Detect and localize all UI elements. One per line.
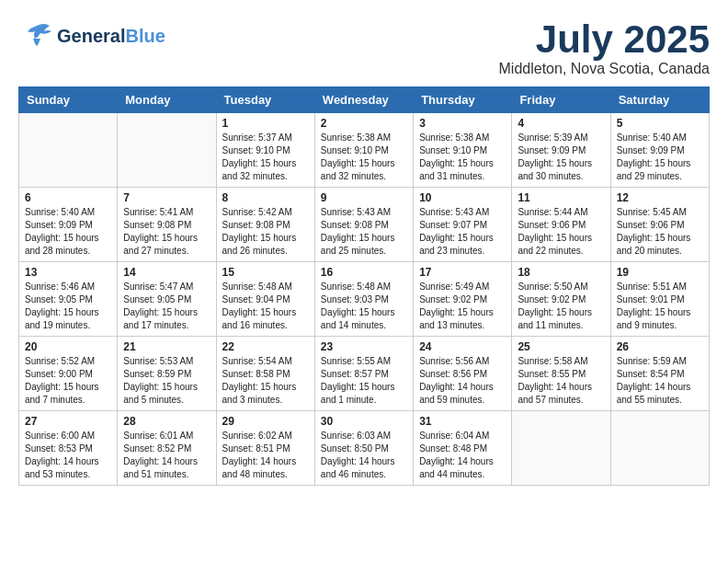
day-number: 27: [25, 415, 111, 428]
day-number: 22: [222, 340, 309, 353]
logo-icon: [18, 18, 53, 53]
day-number: 12: [617, 191, 703, 204]
weekday-header: Friday: [512, 87, 610, 113]
calendar-cell: 6Sunrise: 5:40 AM Sunset: 9:09 PM Daylig…: [19, 188, 118, 262]
location-title: Middleton, Nova Scotia, Canada: [499, 61, 710, 77]
day-number: 31: [419, 415, 506, 428]
calendar-cell: 8Sunrise: 5:42 AM Sunset: 9:08 PM Daylig…: [216, 188, 314, 262]
calendar-cell: [19, 113, 118, 188]
day-number: 18: [518, 266, 604, 279]
calendar-table: SundayMondayTuesdayWednesdayThursdayFrid…: [18, 86, 710, 486]
calendar-cell: 21Sunrise: 5:53 AM Sunset: 8:59 PM Dayli…: [118, 337, 216, 411]
weekday-header: Thursday: [414, 87, 512, 113]
day-number: 26: [617, 340, 703, 353]
day-info: Sunrise: 5:41 AM Sunset: 9:08 PM Dayligh…: [123, 206, 210, 258]
day-number: 5: [617, 117, 703, 130]
day-info: Sunrise: 5:56 AM Sunset: 8:56 PM Dayligh…: [419, 355, 506, 407]
weekday-header: Monday: [118, 87, 216, 113]
day-number: 7: [123, 191, 210, 204]
calendar-cell: 22Sunrise: 5:54 AM Sunset: 8:58 PM Dayli…: [216, 337, 314, 411]
day-info: Sunrise: 5:55 AM Sunset: 8:57 PM Dayligh…: [321, 355, 407, 407]
day-number: 20: [25, 340, 111, 353]
day-number: 23: [321, 340, 407, 353]
day-number: 19: [617, 266, 703, 279]
calendar-cell: 30Sunrise: 6:03 AM Sunset: 8:50 PM Dayli…: [314, 411, 413, 486]
day-number: 4: [518, 117, 604, 130]
weekday-header: Saturday: [610, 87, 709, 113]
calendar-cell: 18Sunrise: 5:50 AM Sunset: 9:02 PM Dayli…: [512, 262, 610, 337]
calendar-header-row: SundayMondayTuesdayWednesdayThursdayFrid…: [19, 87, 710, 113]
day-number: 11: [518, 191, 604, 204]
day-info: Sunrise: 5:43 AM Sunset: 9:07 PM Dayligh…: [419, 206, 506, 258]
day-info: Sunrise: 6:00 AM Sunset: 8:53 PM Dayligh…: [25, 430, 111, 481]
day-number: 14: [123, 266, 210, 279]
day-number: 29: [222, 415, 309, 428]
day-info: Sunrise: 5:51 AM Sunset: 9:01 PM Dayligh…: [617, 281, 703, 332]
weekday-header: Wednesday: [314, 87, 413, 113]
day-info: Sunrise: 5:49 AM Sunset: 9:02 PM Dayligh…: [419, 281, 506, 332]
day-info: Sunrise: 5:52 AM Sunset: 9:00 PM Dayligh…: [25, 355, 111, 407]
day-info: Sunrise: 5:58 AM Sunset: 8:55 PM Dayligh…: [518, 355, 604, 407]
calendar-cell: 29Sunrise: 6:02 AM Sunset: 8:51 PM Dayli…: [216, 411, 314, 486]
day-info: Sunrise: 5:40 AM Sunset: 9:09 PM Dayligh…: [25, 206, 111, 258]
calendar-week-row: 20Sunrise: 5:52 AM Sunset: 9:00 PM Dayli…: [19, 337, 710, 411]
calendar-cell: 15Sunrise: 5:48 AM Sunset: 9:04 PM Dayli…: [216, 262, 314, 337]
day-number: 3: [419, 117, 506, 130]
day-number: 9: [321, 191, 407, 204]
day-info: Sunrise: 5:48 AM Sunset: 9:04 PM Dayligh…: [222, 281, 309, 332]
calendar-cell: 2Sunrise: 5:38 AM Sunset: 9:10 PM Daylig…: [314, 113, 413, 188]
day-info: Sunrise: 5:47 AM Sunset: 9:05 PM Dayligh…: [123, 281, 210, 332]
day-info: Sunrise: 6:02 AM Sunset: 8:51 PM Dayligh…: [222, 430, 309, 481]
calendar-cell: 31Sunrise: 6:04 AM Sunset: 8:48 PM Dayli…: [414, 411, 512, 486]
day-number: 21: [123, 340, 210, 353]
calendar-cell: 23Sunrise: 5:55 AM Sunset: 8:57 PM Dayli…: [314, 337, 413, 411]
calendar-cell: 9Sunrise: 5:43 AM Sunset: 9:08 PM Daylig…: [314, 188, 413, 262]
day-info: Sunrise: 5:37 AM Sunset: 9:10 PM Dayligh…: [222, 132, 309, 183]
calendar-cell: 16Sunrise: 5:48 AM Sunset: 9:03 PM Dayli…: [314, 262, 413, 337]
calendar-cell: 20Sunrise: 5:52 AM Sunset: 9:00 PM Dayli…: [19, 337, 118, 411]
day-number: 6: [25, 191, 111, 204]
day-info: Sunrise: 6:01 AM Sunset: 8:52 PM Dayligh…: [123, 430, 210, 481]
calendar-cell: 19Sunrise: 5:51 AM Sunset: 9:01 PM Dayli…: [610, 262, 709, 337]
calendar-week-row: 1Sunrise: 5:37 AM Sunset: 9:10 PM Daylig…: [19, 113, 710, 188]
day-number: 28: [123, 415, 210, 428]
weekday-header: Tuesday: [216, 87, 314, 113]
calendar-cell: 7Sunrise: 5:41 AM Sunset: 9:08 PM Daylig…: [118, 188, 216, 262]
day-number: 2: [321, 117, 407, 130]
day-info: Sunrise: 5:45 AM Sunset: 9:06 PM Dayligh…: [617, 206, 703, 258]
calendar-cell: [512, 411, 610, 486]
calendar-cell: 10Sunrise: 5:43 AM Sunset: 9:07 PM Dayli…: [414, 188, 512, 262]
calendar-cell: 28Sunrise: 6:01 AM Sunset: 8:52 PM Dayli…: [118, 411, 216, 486]
calendar-cell: 26Sunrise: 5:59 AM Sunset: 8:54 PM Dayli…: [610, 337, 709, 411]
day-info: Sunrise: 5:42 AM Sunset: 9:08 PM Dayligh…: [222, 206, 309, 258]
day-info: Sunrise: 5:59 AM Sunset: 8:54 PM Dayligh…: [617, 355, 703, 407]
day-number: 1: [222, 117, 309, 130]
calendar-cell: [118, 113, 216, 188]
calendar-cell: 17Sunrise: 5:49 AM Sunset: 9:02 PM Dayli…: [414, 262, 512, 337]
calendar-cell: 13Sunrise: 5:46 AM Sunset: 9:05 PM Dayli…: [19, 262, 118, 337]
day-number: 10: [419, 191, 506, 204]
logo-text: GeneralBlue: [57, 26, 165, 46]
day-number: 16: [321, 266, 407, 279]
calendar-cell: 3Sunrise: 5:38 AM Sunset: 9:10 PM Daylig…: [414, 113, 512, 188]
calendar-cell: 1Sunrise: 5:37 AM Sunset: 9:10 PM Daylig…: [216, 113, 314, 188]
title-area: July 2025 Middleton, Nova Scotia, Canada: [499, 18, 710, 77]
day-number: 25: [518, 340, 604, 353]
day-info: Sunrise: 5:44 AM Sunset: 9:06 PM Dayligh…: [518, 206, 604, 258]
weekday-header: Sunday: [19, 87, 118, 113]
calendar-cell: 24Sunrise: 5:56 AM Sunset: 8:56 PM Dayli…: [414, 337, 512, 411]
day-number: 8: [222, 191, 309, 204]
day-info: Sunrise: 5:50 AM Sunset: 9:02 PM Dayligh…: [518, 281, 604, 332]
day-info: Sunrise: 5:38 AM Sunset: 9:10 PM Dayligh…: [321, 132, 407, 183]
day-number: 15: [222, 266, 309, 279]
day-info: Sunrise: 5:46 AM Sunset: 9:05 PM Dayligh…: [25, 281, 111, 332]
day-info: Sunrise: 5:39 AM Sunset: 9:09 PM Dayligh…: [518, 132, 604, 183]
calendar-cell: 5Sunrise: 5:40 AM Sunset: 9:09 PM Daylig…: [610, 113, 709, 188]
page-header: GeneralBlue July 2025 Middleton, Nova Sc…: [18, 18, 710, 77]
day-info: Sunrise: 5:43 AM Sunset: 9:08 PM Dayligh…: [321, 206, 407, 258]
day-info: Sunrise: 5:38 AM Sunset: 9:10 PM Dayligh…: [419, 132, 506, 183]
calendar-week-row: 13Sunrise: 5:46 AM Sunset: 9:05 PM Dayli…: [19, 262, 710, 337]
calendar-cell: 12Sunrise: 5:45 AM Sunset: 9:06 PM Dayli…: [610, 188, 709, 262]
day-info: Sunrise: 5:54 AM Sunset: 8:58 PM Dayligh…: [222, 355, 309, 407]
day-info: Sunrise: 5:48 AM Sunset: 9:03 PM Dayligh…: [321, 281, 407, 332]
